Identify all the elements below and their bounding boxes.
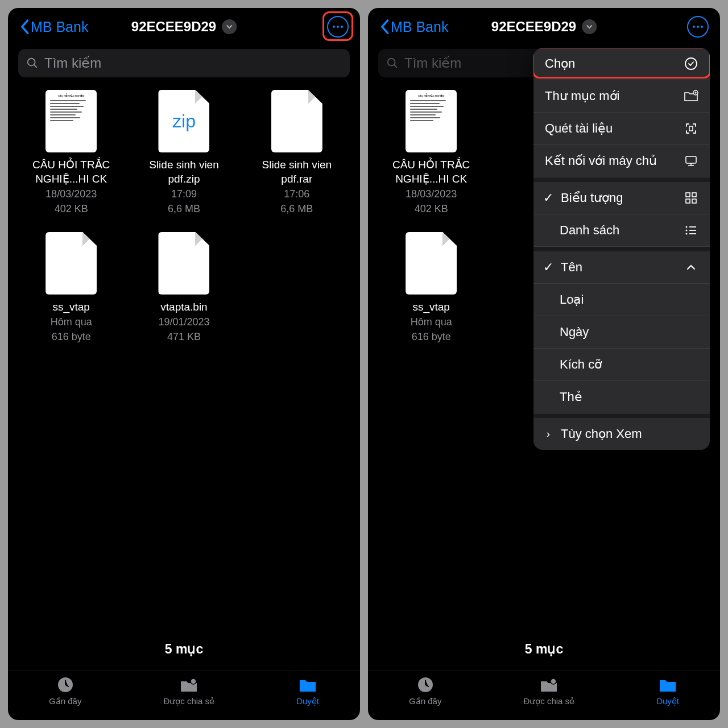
- folder-plus-icon: [684, 89, 698, 104]
- more-button[interactable]: [687, 16, 709, 38]
- menu-sort-date[interactable]: Ngày: [533, 316, 710, 349]
- menu-sort-tags[interactable]: Thẻ: [533, 381, 710, 413]
- file-thumbnail: [158, 232, 209, 295]
- file-thumbnail: zip: [158, 90, 209, 152]
- search-input[interactable]: Tìm kiếm: [18, 49, 350, 77]
- folder-shared-icon: [539, 676, 559, 694]
- file-size: 6,6 MB: [168, 202, 200, 216]
- file-item[interactable]: CÂU HỎI TRẮC NGHIỆM CÂU HỎI TRẮC NGHIỆ..…: [378, 90, 484, 216]
- back-button[interactable]: MB Bank: [19, 19, 88, 35]
- tab-label: Duyệt: [656, 696, 679, 706]
- file-size: 402 KB: [55, 202, 88, 216]
- file-name: Slide sinh vien pdf.zip: [137, 158, 231, 186]
- menu-view-options[interactable]: › Tùy chọn Xem: [533, 418, 710, 450]
- folder-icon: [297, 676, 318, 694]
- more-button[interactable]: [327, 16, 349, 38]
- menu-view-list[interactable]: Danh sách: [533, 214, 710, 247]
- back-button[interactable]: MB Bank: [379, 19, 448, 35]
- back-label: MB Bank: [31, 19, 88, 35]
- title-wrap[interactable]: 92ECEE9D29: [491, 19, 597, 35]
- search-placeholder: Tìm kiếm: [404, 55, 461, 71]
- checkmark-icon: ✓: [543, 260, 554, 275]
- file-item[interactable]: Slide sinh vien pdf.rar 17:06 6,6 MB: [244, 90, 350, 216]
- file-item[interactable]: ss_vtap Hôm qua 616 byte: [378, 232, 484, 344]
- folder-icon: [657, 676, 678, 694]
- chevron-left-icon: [379, 19, 390, 35]
- tabbar: Gần đây Được chia sẻ Duyệt: [8, 671, 360, 714]
- svg-point-16: [551, 679, 556, 684]
- file-thumbnail: [46, 232, 97, 295]
- chevron-left-icon: [19, 19, 30, 35]
- file-thumbnail: CÂU HỎI TRẮC NGHIỆM: [46, 90, 97, 152]
- tabbar: Gần đây Được chia sẻ Duyệt: [368, 671, 720, 714]
- page-title: 92ECEE9D29: [131, 19, 216, 35]
- file-date: 18/03/2023: [46, 187, 97, 201]
- menu-new-folder[interactable]: Thư mục mới: [533, 80, 710, 113]
- svg-point-12: [686, 226, 688, 228]
- footer: 5 mục Gần đây Được chia sẻ Duyệt: [368, 642, 720, 720]
- file-date: Hôm qua: [51, 315, 92, 329]
- file-size: 402 KB: [415, 202, 448, 216]
- file-thumbnail: [406, 232, 457, 295]
- svg-rect-8: [686, 193, 690, 197]
- back-label: MB Bank: [391, 19, 448, 35]
- svg-rect-9: [692, 193, 696, 197]
- file-date: 17:09: [171, 187, 197, 201]
- tab-label: Duyệt: [296, 696, 319, 706]
- tab-label: Được chia sẻ: [523, 696, 574, 706]
- checkmark-icon: ✓: [543, 191, 554, 205]
- file-name: ss_vtap: [52, 300, 89, 315]
- svg-point-4: [685, 58, 697, 69]
- tab-recent[interactable]: Gần đây: [409, 676, 441, 706]
- file-item[interactable]: ss_vtap Hôm qua 616 byte: [18, 232, 124, 344]
- file-date: 18/03/2023: [406, 187, 457, 201]
- menu-sort-type[interactable]: Loại: [533, 284, 710, 316]
- svg-point-2: [191, 679, 196, 684]
- chevron-down-icon: [582, 19, 597, 34]
- clock-icon: [55, 676, 76, 694]
- menu-view-icons[interactable]: ✓ Biểu tượng: [533, 182, 710, 214]
- svg-point-14: [686, 233, 688, 235]
- phone-right: MB Bank 92ECEE9D29 Tìm kiếm CÂU HỎI TRẮC…: [368, 8, 720, 720]
- menu-connect-server[interactable]: Kết nối với máy chủ: [533, 145, 710, 177]
- search-placeholder: Tìm kiếm: [44, 55, 101, 71]
- svg-rect-11: [692, 199, 696, 203]
- tab-shared[interactable]: Được chia sẻ: [163, 676, 214, 706]
- file-item[interactable]: CÂU HỎI TRẮC NGHIỆM CÂU HỎI TRẮC NGHIỆ..…: [18, 90, 124, 216]
- item-count: 5 mục: [368, 642, 720, 657]
- tab-shared[interactable]: Được chia sẻ: [523, 676, 574, 706]
- tab-browse[interactable]: Duyệt: [656, 676, 679, 706]
- title-wrap[interactable]: 92ECEE9D29: [131, 19, 237, 35]
- file-date: 17:06: [284, 187, 309, 201]
- file-thumbnail: CÂU HỎI TRẮC NGHIỆM: [406, 90, 457, 152]
- folder-shared-icon: [179, 676, 199, 694]
- list-icon: [684, 223, 698, 238]
- menu-scan[interactable]: Quét tài liệu: [533, 113, 710, 145]
- file-date: 19/01/2023: [158, 315, 209, 329]
- file-name: CÂU HỎI TRẮC NGHIỆ...HI CK: [384, 158, 478, 186]
- scan-icon: [684, 121, 698, 136]
- search-icon: [26, 57, 39, 69]
- file-size: 471 KB: [167, 330, 201, 344]
- tab-label: Gần đây: [409, 696, 441, 706]
- menu-sort-size[interactable]: Kích cỡ: [533, 349, 710, 381]
- svg-rect-6: [689, 126, 693, 131]
- svg-rect-7: [686, 156, 696, 163]
- menu-select[interactable]: Chọn: [533, 48, 710, 80]
- check-circle-icon: [684, 56, 698, 71]
- clock-icon: [415, 676, 436, 694]
- header: MB Bank 92ECEE9D29: [8, 8, 360, 44]
- file-size: 616 byte: [52, 330, 91, 344]
- chevron-right-icon: ›: [543, 428, 554, 440]
- tab-browse[interactable]: Duyệt: [296, 676, 319, 706]
- tab-label: Gần đây: [49, 696, 81, 706]
- file-size: 6,6 MB: [280, 202, 313, 216]
- context-menu: Chọn Thư mục mới Quét tài liệu Kết nối v…: [533, 48, 710, 450]
- file-thumbnail: [271, 90, 322, 152]
- grid-icon: [684, 191, 698, 205]
- file-grid: CÂU HỎI TRẮC NGHIỆM CÂU HỎI TRẮC NGHIỆ..…: [8, 88, 360, 346]
- file-item[interactable]: zip Slide sinh vien pdf.zip 17:09 6,6 MB: [131, 90, 237, 216]
- menu-sort-name[interactable]: ✓ Tên: [533, 251, 710, 284]
- tab-recent[interactable]: Gần đây: [49, 676, 81, 706]
- file-item[interactable]: vtapta.bin 19/01/2023 471 KB: [131, 232, 237, 344]
